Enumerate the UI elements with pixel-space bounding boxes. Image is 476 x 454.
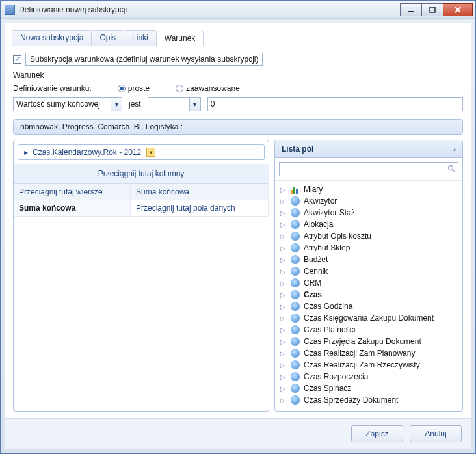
expand-icon[interactable]: ▷: [280, 209, 287, 217]
value-input[interactable]: [207, 97, 463, 111]
measures-icon: [291, 185, 300, 194]
filter-chip-caret[interactable]: ▸: [22, 148, 30, 157]
expand-icon[interactable]: ▷: [280, 315, 287, 322]
pivot-row-dropzone[interactable]: Przeciągnij tutaj wiersze: [14, 184, 131, 200]
expand-icon[interactable]: ▷: [280, 338, 287, 345]
conditional-subscription-checkbox[interactable]: ✓: [13, 55, 21, 64]
expand-icon[interactable]: ▷: [280, 373, 287, 381]
fieldlist-item[interactable]: ▷Czas Płatności: [279, 324, 461, 336]
dimension-icon: [291, 360, 300, 369]
expand-icon[interactable]: ▷: [280, 350, 287, 357]
field-select[interactable]: ▾: [13, 97, 122, 111]
chevron-down-icon[interactable]: ▾: [111, 97, 122, 111]
fieldlist-item[interactable]: ▷Czas: [279, 289, 461, 300]
svg-rect-0: [408, 11, 414, 12]
expand-icon[interactable]: ▷: [280, 256, 287, 263]
dimension-icon: [291, 278, 300, 287]
fieldlist-item[interactable]: ▷Akwizytor Staż: [279, 207, 461, 219]
app-icon: [5, 5, 15, 15]
dimension-icon: [291, 314, 300, 323]
fieldlist-item-label: Budżet: [304, 255, 328, 264]
expand-icon[interactable]: ▷: [280, 303, 287, 310]
dimension-icon: [291, 372, 300, 381]
fieldlist-expand-icon[interactable]: ›: [453, 144, 456, 154]
minimize-button[interactable]: [400, 3, 422, 16]
fieldlist-item[interactable]: ▷Alokacja: [279, 219, 461, 230]
dimension-icon: [291, 290, 300, 299]
tab-description[interactable]: Opis: [91, 30, 124, 46]
fieldlist-item-label: Czas Płatności: [304, 325, 355, 334]
fieldlist-search[interactable]: [279, 162, 458, 176]
window-title: Definiowanie nowej subskrypcji: [19, 5, 401, 14]
search-icon[interactable]: [445, 165, 458, 174]
fieldlist-item[interactable]: ▷Czas Księgowania Zakupu Dokument: [279, 312, 461, 324]
cancel-button[interactable]: Anuluj: [410, 425, 462, 442]
pivot-column-header[interactable]: Suma końcowa: [131, 184, 269, 200]
fieldlist-item[interactable]: ▷Czas Przyjęcia Zakupu Dokument: [279, 336, 461, 347]
fieldlist-item-label: Cennik: [304, 267, 328, 276]
fieldlist-item-label: Czas Realizacji Zam Rzeczywisty: [304, 360, 420, 369]
fieldlist-item[interactable]: ▷Miary: [279, 183, 461, 195]
fieldlist-item[interactable]: ▷Czas Realizacji Zam Rzeczywisty: [279, 359, 461, 371]
two-pane: ▸ Czas.Kalendarzowy.Rok - 2012 ▾ Przecią…: [13, 140, 463, 412]
expand-icon[interactable]: ▷: [280, 327, 287, 334]
window-frame: Definiowanie nowej subskrypcji Nowa subs…: [0, 0, 476, 454]
maximize-button[interactable]: [421, 3, 443, 16]
field-select-value[interactable]: [13, 97, 111, 111]
filter-chip-label[interactable]: Czas.Kalendarzowy.Rok - 2012: [33, 148, 141, 157]
expand-icon[interactable]: ▷: [280, 198, 287, 205]
tab-links[interactable]: Linki: [124, 30, 157, 46]
dimension-icon: [291, 208, 300, 217]
fieldlist-tree[interactable]: ▷Miary▷Akwizytor▷Akwizytor Staż▷Alokacja…: [275, 180, 462, 411]
fieldlist-item[interactable]: ▷Atrybut Opis kosztu: [279, 230, 461, 242]
dimension-icon: [291, 395, 300, 405]
fieldlist-item[interactable]: ▷Czas Rozpoczęcia: [279, 371, 461, 382]
pivot-data-dropzone[interactable]: Przeciągnij tutaj pola danych: [131, 200, 269, 217]
expand-icon[interactable]: ▷: [280, 233, 287, 240]
chevron-down-icon[interactable]: ▾: [189, 97, 201, 111]
filter-chip-dropdown[interactable]: ▾: [146, 148, 155, 157]
fieldlist-item-label: Miary: [304, 185, 323, 194]
mode-advanced-radio[interactable]: zaawansowane: [176, 84, 240, 93]
window-buttons: [401, 3, 473, 16]
dimension-icon: [291, 220, 300, 229]
fieldlist-item[interactable]: ▷Akwizytor: [279, 195, 461, 207]
fieldlist-item[interactable]: ▷Budżet: [279, 254, 461, 265]
pivot-table[interactable]: Przeciągnij tutaj kolumny Przeciągnij tu…: [14, 164, 269, 411]
svg-rect-1: [430, 7, 435, 12]
fieldlist-item-label: Akwizytor: [304, 196, 337, 206]
expand-icon[interactable]: ▷: [280, 268, 287, 275]
tab-new-subscription[interactable]: Nowa subskrypcja: [12, 30, 92, 46]
expand-icon[interactable]: ▷: [280, 280, 287, 287]
fieldlist-item-label: Alokacja: [304, 220, 333, 229]
expand-icon[interactable]: ▷: [280, 291, 287, 299]
operator-select[interactable]: ▾: [148, 97, 201, 111]
pivot-column-dropzone[interactable]: Przeciągnij tutaj kolumny: [14, 164, 269, 184]
dimension-icon: [291, 325, 300, 334]
tabstrip: Nowa subskrypcja Opis Linki Warunek: [5, 23, 471, 46]
condition-section-label: Warunek: [13, 71, 463, 80]
pivot-pane: ▸ Czas.Kalendarzowy.Rok - 2012 ▾ Przecią…: [13, 140, 269, 412]
operator-select-value[interactable]: [148, 97, 189, 111]
fieldlist-item[interactable]: ▷CRM: [279, 277, 461, 289]
fieldlist-item[interactable]: ▷Cennik: [279, 265, 461, 277]
fieldlist-item[interactable]: ▷Czas Sprzedaży Dokument: [279, 394, 461, 406]
fieldlist-item[interactable]: ▷Czas Godzina: [279, 300, 461, 312]
expand-icon[interactable]: ▷: [280, 385, 287, 392]
mode-simple-radio[interactable]: proste: [118, 84, 150, 93]
save-button[interactable]: Zapisz: [351, 425, 403, 442]
conditional-subscription-row: ✓ Subskrypcja warunkowa (zdefiniuj warun…: [13, 53, 463, 66]
expand-icon[interactable]: ▷: [280, 186, 287, 193]
fieldlist-item[interactable]: ▷Atrybut Sklep: [279, 242, 461, 254]
dimension-icon: [291, 196, 300, 206]
fieldlist-item[interactable]: ▷Czas Realizacji Zam Planowany: [279, 347, 461, 359]
close-button[interactable]: [443, 3, 473, 16]
tab-condition[interactable]: Warunek: [156, 31, 204, 46]
pivot-row-label[interactable]: Suma końcowa: [14, 200, 131, 217]
expand-icon[interactable]: ▷: [280, 397, 287, 404]
expand-icon[interactable]: ▷: [280, 362, 287, 369]
fieldlist-search-input[interactable]: [280, 163, 445, 175]
expand-icon[interactable]: ▷: [280, 221, 287, 228]
fieldlist-item[interactable]: ▷Czas Spinacz: [279, 382, 461, 394]
expand-icon[interactable]: ▷: [280, 245, 287, 252]
